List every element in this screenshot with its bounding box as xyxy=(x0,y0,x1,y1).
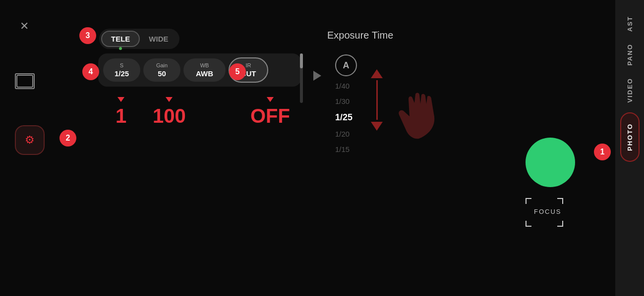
exposure-val-current: 1/25 xyxy=(335,112,352,123)
ir-param-display: OFF xyxy=(250,97,290,127)
wb-control[interactable]: WB AWB xyxy=(183,58,226,82)
exposure-val-4: 1/20 xyxy=(335,130,352,138)
focus-label: FOCUS xyxy=(534,208,562,215)
shutter-control[interactable]: S 1/25 xyxy=(103,58,140,82)
exposure-section: Exposure Time xyxy=(327,30,486,51)
settings-button[interactable]: ⚙ xyxy=(15,125,45,155)
badge-5: 5 xyxy=(229,63,246,80)
exposure-val-5: 1/15 xyxy=(335,145,352,153)
right-sidebar: AST PANO VIDEO PHOTO xyxy=(615,0,644,296)
aspect-ratio-button[interactable] xyxy=(15,73,35,89)
s-param-display: 1 xyxy=(116,97,126,127)
close-button[interactable]: ✕ xyxy=(20,20,29,33)
sidebar-ast[interactable]: AST xyxy=(626,10,634,38)
gain-control[interactable]: Gain 50 xyxy=(143,58,180,82)
s-red-value: 1 xyxy=(116,105,126,127)
badge-2: 2 xyxy=(59,130,76,147)
ir-arrow xyxy=(267,97,274,102)
exposure-scroll-arrows xyxy=(371,69,383,131)
wide-button[interactable]: WIDE xyxy=(140,32,177,46)
scrollbar-thumb[interactable] xyxy=(300,53,303,68)
shutter-button[interactable] xyxy=(526,138,575,187)
auto-button[interactable]: A xyxy=(335,54,357,76)
sidebar-video[interactable]: VIDEO xyxy=(626,72,634,108)
panel-scrollbar xyxy=(300,53,303,103)
sidebar-pano[interactable]: PANO xyxy=(626,38,634,72)
gain-red-value: 100 xyxy=(153,105,186,127)
exposure-title: Exposure Time xyxy=(327,30,486,41)
exposure-arrow-line xyxy=(376,80,378,120)
ir-red-value: OFF xyxy=(250,105,290,127)
focus-corner-bl xyxy=(526,221,531,227)
wb-value: AWB xyxy=(196,69,213,78)
tele-button[interactable]: TELE xyxy=(101,31,140,47)
focus-corner-tr xyxy=(557,198,563,204)
gain-value: 50 xyxy=(158,69,166,78)
gain-label: Gain xyxy=(156,62,168,68)
exposure-arrow-down xyxy=(371,122,383,131)
gain-arrow xyxy=(166,97,173,102)
badge-4: 4 xyxy=(82,63,99,80)
hand-gesture-icon xyxy=(387,89,446,164)
play-button[interactable] xyxy=(313,71,321,81)
svg-rect-0 xyxy=(17,75,33,87)
badge-3: 3 xyxy=(79,27,96,44)
focus-corner-br xyxy=(557,221,563,227)
sidebar-photo-wrapper: PHOTO xyxy=(620,112,640,164)
exposure-values: 1/40 1/30 1/25 1/20 1/15 xyxy=(335,82,352,153)
tele-wide-toggle[interactable]: TELE WIDE xyxy=(99,29,179,49)
shutter-value: 1/25 xyxy=(115,69,129,78)
controls-panel: S 1/25 Gain 50 WB AWB IR CUT xyxy=(98,53,301,87)
shutter-label: S xyxy=(120,62,123,68)
sidebar-photo[interactable]: PHOTO xyxy=(620,112,640,162)
s-arrow xyxy=(117,97,124,102)
exposure-val-2: 1/30 xyxy=(335,97,352,105)
ir-label: IR xyxy=(246,62,251,68)
settings-icon: ⚙ xyxy=(25,134,35,147)
gain-param-display: 100 xyxy=(153,97,186,127)
exposure-arrow-up xyxy=(371,69,383,78)
badge-1: 1 xyxy=(594,144,611,160)
exposure-val-1: 1/40 xyxy=(335,82,352,90)
focus-corner-tl xyxy=(526,198,531,204)
wb-label: WB xyxy=(200,62,209,68)
